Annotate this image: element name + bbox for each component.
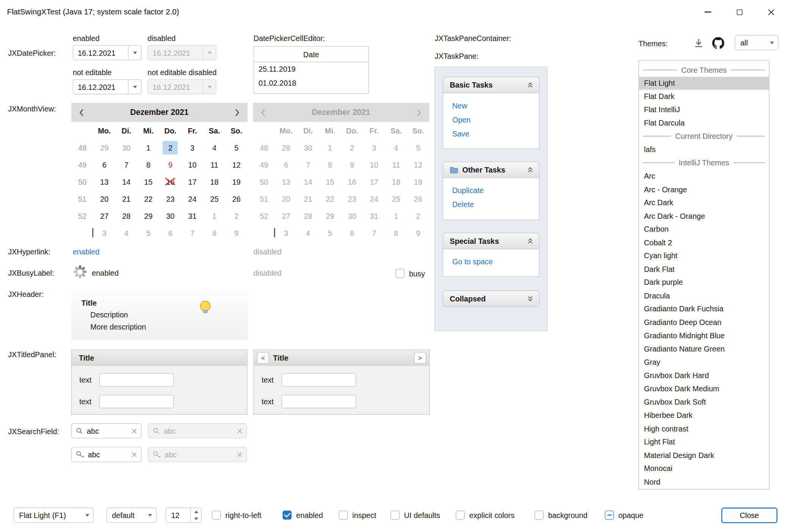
hyperlink-enabled[interactable]: enabled bbox=[73, 247, 100, 256]
taskpane-link[interactable]: Delete bbox=[452, 198, 539, 212]
day-cell[interactable]: 7 bbox=[181, 224, 203, 241]
day-cell[interactable]: 24 bbox=[181, 190, 203, 207]
theme-list-item[interactable]: Dark Flat bbox=[639, 262, 769, 276]
day-cell[interactable]: 5 bbox=[225, 139, 247, 156]
day-cell[interactable]: 8 bbox=[203, 224, 225, 241]
text-input[interactable] bbox=[282, 395, 356, 408]
theme-list-item[interactable]: Light Flat bbox=[639, 435, 769, 449]
day-cell[interactable]: 14 bbox=[115, 173, 137, 190]
day-cell[interactable]: 31 bbox=[181, 207, 203, 224]
day-cell[interactable]: 30 bbox=[159, 207, 181, 224]
day-cell[interactable]: 11 bbox=[203, 156, 225, 173]
taskpane-header[interactable]: Collapsed bbox=[443, 290, 540, 307]
day-cell[interactable]: 22 bbox=[137, 190, 159, 207]
theme-list-item[interactable]: Dark purple bbox=[639, 276, 769, 289]
clear-icon[interactable] bbox=[132, 428, 137, 434]
font-size-spinner[interactable]: 12 bbox=[165, 508, 201, 523]
day-cell[interactable]: 1 bbox=[203, 207, 225, 224]
titledpanel-next-button[interactable]: > bbox=[414, 352, 426, 363]
day-cell[interactable]: 10 bbox=[181, 156, 203, 173]
day-cell[interactable]: 28 bbox=[115, 207, 137, 224]
download-icon[interactable] bbox=[693, 38, 704, 49]
theme-list-item[interactable]: Cyan light bbox=[639, 249, 769, 262]
theme-list-item[interactable]: Monocai bbox=[639, 462, 769, 475]
monthview-enabled[interactable]: Dezember 2021 Mo.Di.Mi.Do.Fr.Sa.So.48293… bbox=[71, 103, 247, 241]
theme-list-item[interactable]: Gradianto Nature Green bbox=[639, 342, 769, 356]
datepicker-enabled[interactable]: 16.12.2021 bbox=[73, 45, 142, 60]
taskpane-header[interactable]: Other Tasks bbox=[443, 162, 540, 178]
datepicker-value[interactable]: 16.12.2021 bbox=[73, 49, 128, 57]
day-cell[interactable]: 7 bbox=[115, 156, 137, 173]
themes-list[interactable]: Core ThemesFlat LightFlat DarkFlat Intel… bbox=[638, 60, 769, 490]
day-cell[interactable]: 15 bbox=[137, 173, 159, 190]
day-cell[interactable]: 2 bbox=[159, 139, 181, 156]
theme-list-item[interactable]: Gradianto Midnight Blue bbox=[639, 329, 769, 342]
searchfield-value[interactable]: abc bbox=[88, 450, 128, 458]
style-combobox[interactable]: default bbox=[106, 508, 156, 523]
minimize-button[interactable] bbox=[692, 0, 724, 24]
day-cell[interactable]: 21 bbox=[115, 190, 137, 207]
theme-list-item[interactable]: Arc - Orange bbox=[639, 183, 769, 196]
theme-list-item[interactable]: Dracula bbox=[639, 289, 769, 303]
theme-list-item[interactable]: Carbon bbox=[639, 223, 769, 236]
next-month-icon[interactable] bbox=[235, 108, 239, 116]
day-cell[interactable]: 3 bbox=[93, 224, 115, 241]
explicit-colors-checkbox[interactable] bbox=[456, 511, 465, 520]
day-cell[interactable]: 6 bbox=[93, 156, 115, 173]
day-cell[interactable]: 6 bbox=[159, 224, 181, 241]
day-cell[interactable]: 12 bbox=[225, 156, 247, 173]
spinner-value[interactable]: 12 bbox=[166, 511, 190, 519]
enabled-checkbox[interactable] bbox=[283, 511, 292, 520]
theme-list-item[interactable]: Flat Darcula bbox=[639, 116, 769, 130]
day-cell[interactable]: 16 bbox=[159, 173, 181, 190]
day-cell[interactable]: 27 bbox=[93, 207, 115, 224]
datepicker-celleditor-table[interactable]: Date 25.11.201901.02.2018 bbox=[253, 46, 369, 94]
day-cell[interactable]: 9 bbox=[225, 224, 247, 241]
theme-list-item[interactable]: High contrast bbox=[639, 422, 769, 435]
close-window-button[interactable] bbox=[756, 0, 787, 24]
table-row[interactable]: 01.02.2018 bbox=[254, 76, 368, 90]
day-cell[interactable]: 4 bbox=[203, 139, 225, 156]
day-cell[interactable]: 29 bbox=[93, 139, 115, 156]
opaque-checkbox[interactable] bbox=[605, 511, 614, 520]
table-row[interactable]: 25.11.2019 bbox=[254, 62, 368, 76]
theme-list-item[interactable]: Material Design Dark bbox=[639, 449, 769, 462]
theme-list-item[interactable]: Gruvbox Dark Soft bbox=[639, 395, 769, 409]
theme-list-item[interactable]: Arc bbox=[639, 169, 769, 183]
day-cell[interactable]: 5 bbox=[137, 224, 159, 241]
taskpane-link[interactable]: Save bbox=[452, 127, 539, 141]
taskpane-link[interactable]: Open bbox=[452, 113, 539, 127]
taskpane-header[interactable]: Special Tasks bbox=[443, 233, 540, 250]
close-button[interactable]: Close bbox=[721, 508, 778, 523]
taskpane-link[interactable]: New bbox=[452, 99, 539, 113]
theme-list-item[interactable]: Nord bbox=[639, 475, 769, 488]
theme-list-item[interactable]: Gray bbox=[639, 356, 769, 369]
theme-list-item[interactable]: Flat Dark bbox=[639, 90, 769, 103]
day-cell[interactable]: 23 bbox=[159, 190, 181, 207]
theme-list-item[interactable]: Arc Dark - Orange bbox=[639, 209, 769, 223]
laf-combobox[interactable]: Flat Light (F1) bbox=[14, 508, 94, 523]
day-cell[interactable]: 20 bbox=[93, 190, 115, 207]
day-cell[interactable]: 9 bbox=[159, 156, 181, 173]
prev-month-icon[interactable] bbox=[79, 108, 84, 116]
theme-list-item[interactable]: Flat Light bbox=[639, 77, 769, 90]
day-cell[interactable]: 4 bbox=[115, 224, 137, 241]
spinner-up-button[interactable] bbox=[191, 508, 201, 515]
day-cell[interactable]: 19 bbox=[225, 173, 247, 190]
day-cell[interactable]: 8 bbox=[137, 156, 159, 173]
clear-icon[interactable] bbox=[132, 452, 137, 457]
searchfield-dropdown-enabled[interactable]: abc bbox=[71, 447, 142, 462]
text-input[interactable] bbox=[99, 395, 174, 408]
background-checkbox[interactable] bbox=[535, 511, 544, 520]
github-icon[interactable] bbox=[712, 37, 724, 49]
theme-list-item[interactable]: Gruvbox Dark Medium bbox=[639, 382, 769, 395]
day-cell[interactable]: 30 bbox=[115, 139, 137, 156]
maximize-button[interactable] bbox=[724, 0, 755, 24]
theme-list-item[interactable]: Gradianto Deep Ocean bbox=[639, 316, 769, 329]
theme-list-item[interactable]: Arc Dark bbox=[639, 196, 769, 209]
theme-list-item[interactable]: Gradianto Dark Fuchsia bbox=[639, 303, 769, 316]
taskpane-link[interactable]: Go to space bbox=[452, 255, 539, 269]
theme-list-item[interactable]: Gruvbox Dark Hard bbox=[639, 369, 769, 382]
taskpane-header[interactable]: Basic Tasks bbox=[443, 77, 540, 93]
day-cell[interactable]: 3 bbox=[181, 139, 203, 156]
